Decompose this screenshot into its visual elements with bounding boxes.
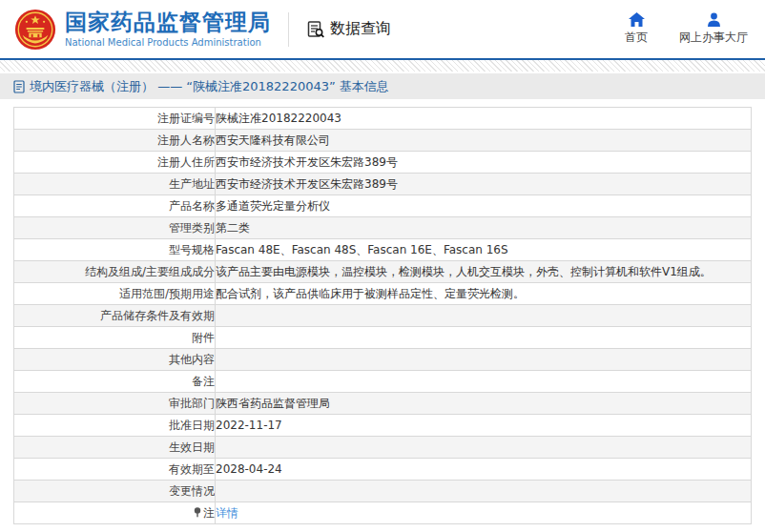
table-row: 附件	[14, 327, 752, 349]
page: 国家药品监督管理局 National Medical Products Admi…	[0, 0, 765, 532]
row-value: 配合试剂，该产品供临床用于被测样品定性、定量荧光检测。	[216, 283, 752, 305]
decorative-stripe	[0, 60, 765, 72]
row-value	[216, 305, 752, 327]
row-label: 适用范围/预期用途	[14, 283, 216, 305]
table-row: 备注	[14, 371, 752, 393]
document-icon	[13, 80, 25, 93]
nav-service-hall[interactable]: 网上办事大厅	[679, 12, 748, 46]
row-value: 该产品主要由电源模块，温控模块，检测模块，人机交互模块，外壳、控制计算机和软件V…	[216, 261, 752, 283]
table-row: 产品储存条件及有效期	[14, 305, 752, 327]
row-label: 注册人住所	[14, 152, 216, 174]
table-row: 注册证编号 陕械注准20182220043	[14, 108, 752, 130]
row-label: 管理类别	[14, 217, 216, 239]
info-table-body: 注册证编号 陕械注准20182220043 注册人名称 西安天隆科技有限公司 注…	[14, 108, 752, 524]
logo-text: 国家药品监督管理局 National Medical Products Admi…	[65, 10, 271, 48]
row-label: 生产地址	[14, 174, 216, 195]
row-label: 注册证编号	[14, 108, 216, 130]
table-row: 有效期至 2028-04-24	[14, 459, 752, 481]
row-label: 批准日期	[14, 415, 216, 437]
person-icon	[707, 12, 721, 27]
row-label: 有效期至	[14, 459, 216, 481]
header-divider	[288, 12, 289, 47]
nav-home[interactable]: 首页	[620, 12, 652, 46]
row-value: 陕械注准20182220043	[216, 108, 752, 130]
row-value: 西安市经济技术开发区朱宏路389号	[216, 152, 752, 174]
table-row: 生效日期	[14, 437, 752, 459]
row-label: 注	[14, 502, 216, 524]
row-label: 附件	[14, 327, 216, 349]
info-table-wrap: 注册证编号 陕械注准20182220043 注册人名称 西安天隆科技有限公司 注…	[13, 107, 752, 524]
pin-icon	[194, 507, 201, 518]
row-label: 备注	[14, 371, 216, 393]
site-title: 国家药品监督管理局	[65, 10, 271, 34]
data-query-section[interactable]: 数据查询	[306, 19, 391, 39]
row-label: 生效日期	[14, 437, 216, 459]
table-row: 管理类别 第二类	[14, 217, 752, 239]
nav-home-label: 首页	[625, 30, 648, 46]
nav-service-hall-label: 网上办事大厅	[679, 30, 748, 46]
table-row: 型号规格 Fascan 48E、Fascan 48S、Fascan 16E、Fa…	[14, 239, 752, 261]
row-label: 变更情况	[14, 481, 216, 502]
row-label: 产品储存条件及有效期	[14, 305, 216, 327]
table-row: 注册人名称 西安天隆科技有限公司	[14, 130, 752, 152]
site-header: 国家药品监督管理局 National Medical Products Admi…	[0, 0, 765, 60]
row-value: 西安天隆科技有限公司	[216, 130, 752, 152]
row-value: 2022-11-17	[216, 415, 752, 437]
row-value: Fascan 48E、Fascan 48S、Fascan 16E、Fascan …	[216, 239, 752, 261]
header-nav: 首页 网上办事大厅	[620, 12, 752, 46]
row-label: 审批部门	[14, 393, 216, 415]
table-row: 注 详情	[14, 502, 752, 524]
row-value: 2028-04-24	[216, 459, 752, 481]
national-emblem-icon	[13, 8, 57, 51]
row-label: 结构及组成/主要组成成分	[14, 261, 216, 283]
site-subtitle: National Medical Products Administration	[65, 37, 271, 48]
breadcrumb-bar: 境内医疗器械（注册） —— “陕械注准20182220043” 基本信息	[0, 73, 765, 99]
table-row: 结构及组成/主要组成成分 该产品主要由电源模块，温控模块，检测模块，人机交互模块…	[14, 261, 752, 283]
table-row: 批准日期 2022-11-17	[14, 415, 752, 437]
row-label: 产品名称	[14, 195, 216, 217]
info-table: 注册证编号 陕械注准20182220043 注册人名称 西安天隆科技有限公司 注…	[13, 107, 752, 524]
detail-link[interactable]: 详情	[216, 506, 238, 520]
row-value: 西安市经济技术开发区朱宏路389号	[216, 174, 752, 195]
table-row: 适用范围/预期用途 配合试剂，该产品供临床用于被测样品定性、定量荧光检测。	[14, 283, 752, 305]
row-value	[216, 371, 752, 393]
row-value: 多通道荧光定量分析仪	[216, 195, 752, 217]
row-value	[216, 437, 752, 459]
table-row: 生产地址 西安市经济技术开发区朱宏路389号	[14, 174, 752, 195]
data-query-label: 数据查询	[330, 19, 391, 39]
table-row: 审批部门 陕西省药品监督管理局	[14, 393, 752, 415]
row-value	[216, 481, 752, 502]
row-value: 陕西省药品监督管理局	[216, 393, 752, 415]
breadcrumb: 境内医疗器械（注册） —— “陕械注准20182220043” 基本信息	[30, 78, 389, 95]
row-label: 注册人名称	[14, 130, 216, 152]
row-value: 第二类	[216, 217, 752, 239]
table-row: 注册人住所 西安市经济技术开发区朱宏路389号	[14, 152, 752, 174]
row-label: 其他内容	[14, 349, 216, 371]
table-row: 变更情况	[14, 481, 752, 502]
doc-search-icon	[306, 20, 325, 39]
row-label: 型号规格	[14, 239, 216, 261]
site-logo[interactable]: 国家药品监督管理局 National Medical Products Admi…	[13, 8, 271, 51]
home-icon	[629, 12, 645, 27]
row-value	[216, 349, 752, 371]
row-value	[216, 327, 752, 349]
table-row: 其他内容	[14, 349, 752, 371]
table-row: 产品名称 多通道荧光定量分析仪	[14, 195, 752, 217]
row-value: 详情	[216, 502, 752, 524]
